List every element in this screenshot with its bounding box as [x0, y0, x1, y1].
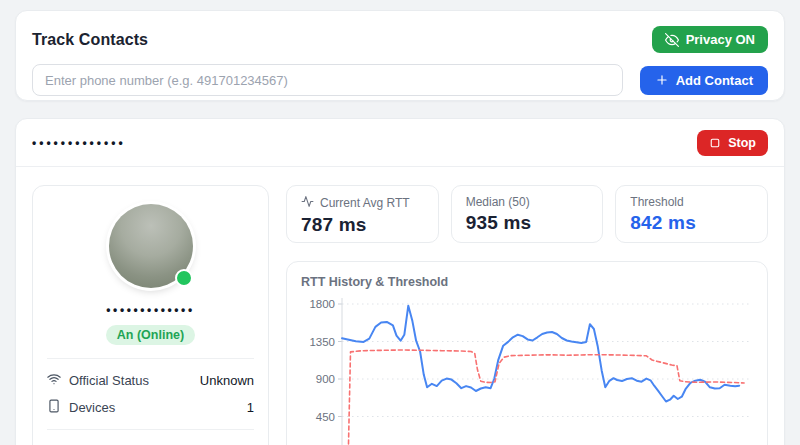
online-status-dot [175, 269, 193, 287]
rtt-chart-card: RTT History & Threshold 18001350900450 [286, 261, 768, 445]
eye-off-icon [665, 33, 679, 47]
svg-text:1350: 1350 [309, 336, 335, 348]
divider [47, 429, 254, 430]
official-status-value: Unknown [200, 373, 254, 388]
track-contacts-card: Track Contacts Privacy ON Add Contact [15, 10, 785, 101]
page: Track Contacts Privacy ON Add Contact ••… [0, 0, 800, 445]
masked-phone-number: ••••••••••••• [32, 136, 126, 150]
add-contact-label: Add Contact [676, 73, 753, 88]
svg-text:1800: 1800 [309, 298, 335, 310]
page-title: Track Contacts [32, 31, 148, 49]
devices-row: Devices 1 [47, 399, 254, 416]
add-contact-button[interactable]: Add Contact [640, 66, 768, 95]
privacy-button-label: Privacy ON [686, 32, 755, 47]
stat-value: 935 ms [466, 212, 589, 234]
online-status-badge: An (Online) [106, 325, 195, 345]
divider [47, 358, 254, 359]
official-status-label: Official Status [69, 373, 149, 388]
contact-header: ••••••••••••• Stop [16, 119, 784, 167]
stat-value: 787 ms [301, 214, 424, 236]
stat-label: Threshold [630, 195, 683, 209]
profile-card: ••••••••••••• An (Online) Official Statu… [32, 185, 269, 445]
stop-icon [709, 137, 721, 149]
stop-button[interactable]: Stop [697, 130, 768, 156]
smartphone-icon [47, 399, 61, 416]
privacy-toggle-button[interactable]: Privacy ON [652, 26, 768, 53]
tracked-contact-card: ••••••••••••• Stop ••••••••••••• An (Onl… [15, 118, 785, 445]
masked-contact-name: ••••••••••••• [47, 303, 254, 317]
rtt-history-chart: 18001350900450 [301, 295, 753, 445]
stat-card-median: Median (50) 935 ms [451, 185, 604, 243]
stat-label: Current Avg RTT [320, 196, 410, 210]
stat-label: Median (50) [466, 195, 530, 209]
stop-button-label: Stop [728, 136, 756, 150]
activity-icon [301, 195, 314, 211]
official-status-row: Official Status Unknown [47, 372, 254, 389]
stat-value: 842 ms [630, 212, 753, 234]
devices-value: 1 [247, 400, 254, 415]
chart-title: RTT History & Threshold [301, 275, 753, 289]
stats-row: Current Avg RTT 787 ms Median (50) 935 m… [286, 185, 768, 243]
svg-text:900: 900 [316, 373, 335, 385]
svg-text:450: 450 [316, 411, 335, 423]
phone-number-input[interactable] [32, 64, 623, 96]
stat-card-current-avg-rtt: Current Avg RTT 787 ms [286, 185, 439, 243]
wifi-icon [47, 372, 61, 389]
plus-icon [655, 73, 669, 87]
stat-card-threshold: Threshold 842 ms [615, 185, 768, 243]
devices-label: Devices [69, 400, 115, 415]
